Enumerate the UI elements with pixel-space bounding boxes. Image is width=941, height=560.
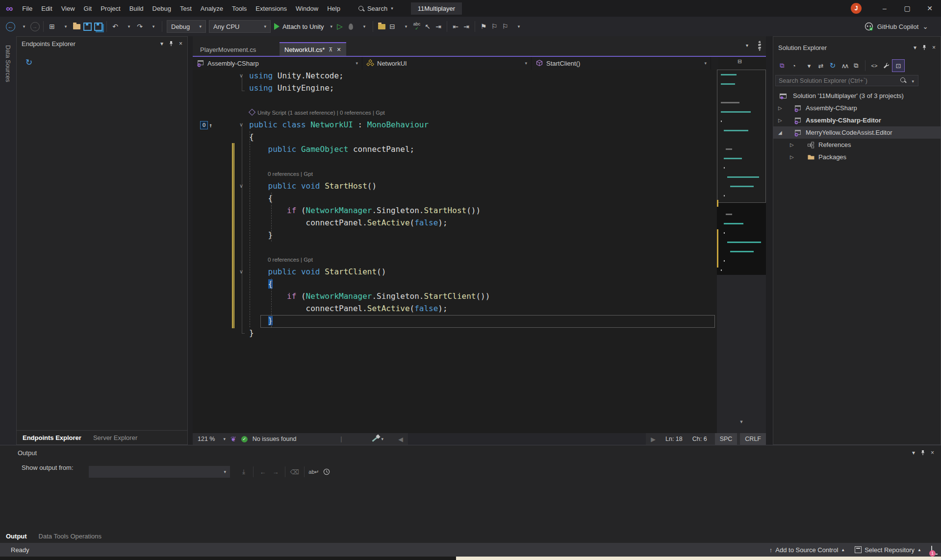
close-tab-icon[interactable]: ✕: [336, 47, 341, 53]
tab-list-chevron-icon[interactable]: ▾: [746, 43, 748, 48]
browser-link-button[interactable]: [377, 20, 386, 33]
redo-button[interactable]: ↷: [135, 20, 145, 33]
zoom-level[interactable]: 121 %: [193, 436, 220, 442]
add-to-source-control-button[interactable]: ↑ Add to Source Control ▲: [764, 543, 850, 557]
code-line[interactable]: }: [193, 327, 717, 339]
output-window-button[interactable]: ⊟: [387, 20, 397, 33]
horizontal-scrollbar[interactable]: [408, 433, 646, 445]
collapse-all-icon[interactable]: ∧∧: [839, 60, 850, 72]
panel-menu-chevron-icon[interactable]: ▾: [914, 44, 916, 51]
search-control[interactable]: Search ▾: [358, 5, 393, 12]
output-tab-datatoolsoperations[interactable]: Data Tools Operations: [33, 533, 107, 540]
indent-increase-button[interactable]: ⇥: [461, 20, 471, 33]
preview-selected-items-icon[interactable]: ⊡: [892, 59, 905, 72]
menu-view[interactable]: View: [57, 0, 79, 17]
toolbar-overflow-chevron[interactable]: ▾: [401, 20, 411, 33]
tree-item-merryyellowcodeassistedi[interactable]: ◢MerryYellow.CodeAssist.Editor: [773, 126, 941, 139]
line-indicator[interactable]: Ln: 18: [661, 436, 687, 442]
expand-arrow-icon[interactable]: ▷: [778, 118, 782, 123]
menu-analyze[interactable]: Analyze: [196, 0, 228, 17]
menu-tools[interactable]: Tools: [228, 0, 251, 17]
data-sources-tab[interactable]: Data Sources: [4, 45, 11, 82]
endpoints-tab-endpointsexplorer[interactable]: Endpoints Explorer: [17, 434, 87, 441]
code-editor[interactable]: using Unity.Netcode;using UnityEngine;Un…: [193, 70, 717, 433]
view-code-icon[interactable]: <>: [868, 60, 880, 72]
next-bookmark-button[interactable]: ⚐: [500, 20, 510, 33]
close-panel-icon[interactable]: ×: [932, 44, 936, 51]
goto-message-icon[interactable]: ⤓: [237, 466, 250, 478]
menu-build[interactable]: Build: [125, 0, 148, 17]
redo-chevron[interactable]: ▾: [149, 20, 158, 33]
close-panel-icon[interactable]: ×: [931, 449, 934, 456]
breadcrumb-networkui[interactable]: NetworkUI▾: [362, 57, 532, 70]
properties-wrench-icon[interactable]: [880, 60, 892, 72]
code-line[interactable]: public void StartClient(): [193, 266, 717, 278]
code-line[interactable]: {: [193, 131, 717, 143]
format-document-button[interactable]: ⇥: [433, 20, 443, 33]
line-ending-indicator[interactable]: CRLF: [740, 433, 766, 445]
pin-tab-icon[interactable]: ⊼: [329, 47, 332, 53]
previous-message-icon[interactable]: ←: [256, 466, 269, 478]
hot-reload-chevron[interactable]: ▾: [359, 20, 369, 33]
word-wrap-icon[interactable]: ab↵: [307, 466, 320, 478]
refresh-icon[interactable]: ↻: [827, 60, 839, 72]
solution-search-input[interactable]: Search Solution Explorer (Ctrl+`) ▾: [775, 75, 918, 86]
close-button[interactable]: ✕: [918, 0, 941, 17]
open-folder-button[interactable]: [72, 20, 81, 33]
show-all-files-icon[interactable]: ⧉: [850, 60, 862, 72]
code-line[interactable]: public class NetworkUI : MonoBehaviour: [193, 119, 717, 131]
menu-debug[interactable]: Debug: [148, 0, 176, 17]
fold-chevron-icon[interactable]: ∨: [239, 183, 243, 189]
panel-menu-chevron-icon[interactable]: ▾: [912, 449, 915, 456]
minimap-viewport[interactable]: [717, 70, 766, 203]
clear-all-icon[interactable]: ⌫: [288, 466, 301, 478]
fold-chevron-icon[interactable]: ∨: [239, 122, 243, 128]
undo-chevron[interactable]: ▾: [124, 20, 134, 33]
select-tool-button[interactable]: ↖: [423, 20, 432, 33]
menu-project[interactable]: Project: [96, 0, 125, 17]
search-chevron-icon[interactable]: ▾: [912, 79, 914, 84]
menu-window[interactable]: Window: [291, 0, 323, 17]
switch-views-icon[interactable]: ⇄: [815, 60, 827, 72]
next-message-icon[interactable]: →: [269, 466, 282, 478]
github-copilot-button[interactable]: GitHub Copilot ⌄: [865, 22, 928, 31]
new-project-chevron[interactable]: ▾: [61, 20, 71, 33]
codelens-row[interactable]: 0 references | Gpt: [193, 168, 717, 180]
code-line[interactable]: using Unity.Netcode;: [193, 70, 717, 82]
scroll-down-icon[interactable]: ▼: [717, 419, 766, 424]
menu-help[interactable]: Help: [323, 0, 345, 17]
indent-decrease-button[interactable]: ⇤: [451, 20, 460, 33]
minimap-scrollbar[interactable]: ▲ ▼: [717, 70, 766, 433]
maximize-button[interactable]: ▢: [896, 0, 918, 17]
close-panel-icon[interactable]: ×: [179, 40, 182, 47]
undo-button[interactable]: ↶: [110, 20, 120, 33]
spell-checker-button[interactable]: abc✓: [412, 20, 422, 33]
select-repository-button[interactable]: Select Repository ▲: [850, 543, 926, 557]
tree-item-solution11multiplayer3of[interactable]: Solution '11Multiplayer' (3 of 3 project…: [773, 90, 941, 102]
bookmark-overflow-chevron[interactable]: ▾: [514, 20, 524, 33]
code-cleanup-chevron[interactable]: ▾: [381, 437, 384, 441]
breadcrumb-startclient[interactable]: StartClient()▾: [532, 57, 711, 70]
tree-item-packages[interactable]: ▷Packages: [773, 151, 941, 163]
fold-chevron-icon[interactable]: ∨: [239, 268, 243, 275]
filter-chevron-icon[interactable]: ▾: [803, 60, 815, 72]
code-line-blank[interactable]: [193, 94, 717, 106]
hscroll-left-icon[interactable]: ◀: [393, 436, 408, 443]
tree-item-assemblycsharp[interactable]: ▷Assembly-CSharp: [773, 102, 941, 114]
expand-arrow-icon[interactable]: ▷: [790, 154, 794, 160]
menu-edit[interactable]: Edit: [37, 0, 56, 17]
new-project-button[interactable]: ⊞: [47, 20, 57, 33]
code-line-blank[interactable]: [193, 241, 717, 253]
menu-git[interactable]: Git: [79, 0, 97, 17]
output-tab-output[interactable]: Output: [0, 533, 33, 540]
collapse-arrow-icon[interactable]: ◢: [778, 130, 782, 135]
spaces-indicator[interactable]: SPC: [715, 433, 738, 445]
navigate-backward-chevron[interactable]: ▾: [19, 20, 29, 33]
notifications-button[interactable]: 1: [926, 543, 941, 557]
save-button[interactable]: [82, 20, 92, 33]
menu-file[interactable]: File: [18, 0, 37, 17]
editor-options-gear-icon[interactable]: [758, 42, 761, 49]
editor-tab-playermovementcs[interactable]: PlayerMovement.cs: [195, 43, 261, 56]
column-indicator[interactable]: Ch: 6: [687, 436, 712, 442]
refresh-icon[interactable]: ↻: [25, 58, 32, 67]
